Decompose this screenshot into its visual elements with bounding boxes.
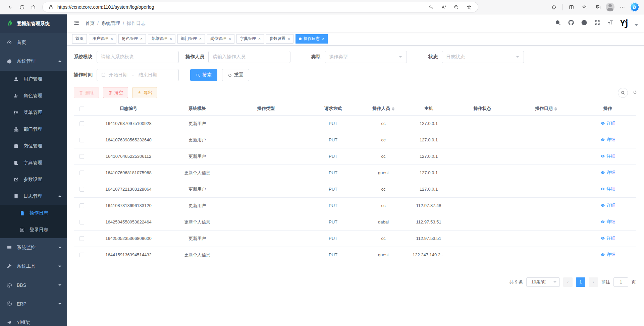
fullscreen-icon[interactable] bbox=[594, 19, 600, 27]
row-checkbox[interactable] bbox=[79, 154, 84, 159]
close-icon[interactable]: × bbox=[288, 37, 290, 41]
url-text[interactable]: https://ccnetcore.com:1101/system/log/op… bbox=[57, 4, 425, 10]
detail-link[interactable]: 详细 bbox=[600, 219, 615, 225]
close-icon[interactable]: × bbox=[111, 37, 113, 41]
row-checkbox[interactable] bbox=[79, 236, 84, 241]
browser-menu-ellipsis-icon[interactable] bbox=[616, 2, 628, 12]
detail-link[interactable]: 详细 bbox=[600, 202, 615, 208]
table-row[interactable]: 1641087313696133120更新用户PUTcc112.97.87.48… bbox=[74, 197, 636, 214]
tab-menu-mgmt[interactable]: 菜单管理× bbox=[148, 34, 175, 44]
split-screen-icon[interactable] bbox=[566, 2, 577, 12]
bing-chat-icon[interactable]: b bbox=[630, 2, 639, 12]
table-row[interactable]: 1641077221303128064更新用户PUTcc127.0.0.1 详细 bbox=[74, 181, 636, 197]
close-icon[interactable]: × bbox=[199, 37, 202, 41]
date-range-input[interactable]: 开始日期 - 结束日期 bbox=[97, 69, 179, 81]
detail-link[interactable]: 详细 bbox=[600, 137, 615, 143]
user-avatar-logo[interactable]: Yj bbox=[620, 19, 628, 28]
row-checkbox[interactable] bbox=[79, 121, 84, 126]
header-search-icon[interactable] bbox=[555, 19, 561, 27]
help-icon[interactable] bbox=[581, 19, 587, 27]
extensions-icon[interactable] bbox=[548, 2, 560, 12]
table-row[interactable]: 1641076398565232640更新用户PUTcc127.0.0.1 详细 bbox=[74, 132, 636, 148]
user-menu-caret-icon[interactable] bbox=[635, 24, 638, 26]
browser-back-icon[interactable] bbox=[5, 2, 16, 12]
tab-user-mgmt[interactable]: 用户管理× bbox=[89, 34, 116, 44]
page-number-button[interactable]: 1 bbox=[576, 277, 585, 287]
sidebar-item-erp[interactable]: ERP bbox=[0, 295, 67, 313]
detail-link[interactable]: 详细 bbox=[600, 120, 615, 126]
browser-home-icon[interactable] bbox=[28, 2, 39, 12]
address-bar[interactable]: https://ccnetcore.com:1101/system/log/op… bbox=[42, 2, 478, 12]
reset-button[interactable]: 重置 bbox=[222, 69, 249, 81]
read-aloud-icon[interactable] bbox=[438, 2, 449, 12]
table-row[interactable]: 1642505235366809600更新用户PUTcc112.97.53.51… bbox=[74, 230, 636, 247]
sidebar-item-tools[interactable]: 系统工具 bbox=[0, 257, 67, 276]
breadcrumb-section[interactable]: 系统管理 bbox=[101, 20, 120, 26]
search-button[interactable]: 搜索 bbox=[190, 69, 217, 81]
sort-carets-icon[interactable] bbox=[554, 107, 557, 111]
sidebar-collapse-icon[interactable] bbox=[73, 19, 80, 27]
sidebar-item-home[interactable]: 首页 bbox=[0, 33, 67, 52]
toggle-search-button[interactable] bbox=[618, 88, 628, 98]
sidebar-item-bbs[interactable]: BBS bbox=[0, 276, 67, 295]
sidebar-item-yi-framework[interactable]: Yi框架 bbox=[0, 313, 67, 326]
row-checkbox[interactable] bbox=[79, 171, 84, 175]
close-icon[interactable]: × bbox=[140, 37, 143, 41]
sidebar-item-dept-mgmt[interactable]: 部门管理 bbox=[0, 121, 67, 138]
collections-icon[interactable] bbox=[592, 2, 604, 12]
row-checkbox[interactable] bbox=[79, 253, 84, 257]
detail-link[interactable]: 详细 bbox=[600, 153, 615, 159]
refresh-table-button[interactable] bbox=[633, 90, 637, 96]
font-size-icon[interactable] bbox=[607, 19, 613, 27]
close-icon[interactable]: × bbox=[258, 37, 261, 41]
tab-home[interactable]: 首页 bbox=[72, 34, 87, 44]
detail-link[interactable]: 详细 bbox=[600, 186, 615, 192]
tab-oper-log[interactable]: 操作日志× bbox=[296, 34, 328, 44]
tab-dept-mgmt[interactable]: 部门管理× bbox=[177, 34, 205, 44]
table-row[interactable]: 1641076370975100928更新用户PUTcc127.0.0.1 详细 bbox=[74, 115, 636, 132]
zoom-out-icon[interactable] bbox=[450, 2, 462, 12]
type-select[interactable]: 操作类型 bbox=[325, 51, 407, 63]
module-input[interactable]: 请输入系统模块 bbox=[97, 51, 179, 63]
delete-button[interactable]: 删除 bbox=[74, 87, 99, 98]
browser-profile-avatar[interactable] bbox=[606, 3, 614, 11]
detail-link[interactable]: 详细 bbox=[600, 235, 615, 241]
page-size-select[interactable]: 10条/页 bbox=[526, 277, 560, 287]
sidebar-item-menu-mgmt[interactable]: 菜单管理 bbox=[0, 104, 67, 121]
col-operator[interactable]: 操作人员 bbox=[362, 102, 405, 115]
close-icon[interactable]: × bbox=[170, 37, 172, 41]
table-row[interactable]: 1642504558053822464更新个人信息PUTdabai112.97.… bbox=[74, 214, 636, 230]
tab-param-settings[interactable]: 参数设置× bbox=[266, 34, 293, 44]
goto-page-input[interactable]: 1 bbox=[613, 277, 628, 287]
sidebar-item-dict-mgmt[interactable]: 字典管理 bbox=[0, 154, 67, 171]
sidebar-item-login-log[interactable]: 登录日志 bbox=[0, 221, 67, 238]
tab-post-mgmt[interactable]: 岗位管理× bbox=[207, 34, 234, 44]
favorite-star-icon[interactable] bbox=[463, 2, 475, 12]
password-key-icon[interactable] bbox=[425, 2, 436, 12]
tab-role-mgmt[interactable]: 角色管理× bbox=[118, 34, 146, 44]
detail-link[interactable]: 详细 bbox=[600, 170, 615, 176]
table-row[interactable]: 1644159136394514432更新个人信息PUTguest122.247… bbox=[74, 247, 636, 263]
row-checkbox[interactable] bbox=[79, 187, 84, 192]
prev-page-button[interactable]: ‹ bbox=[563, 277, 573, 287]
breadcrumb-home[interactable]: 首页 bbox=[85, 20, 95, 26]
operator-input[interactable]: 请输入操作人员 bbox=[208, 51, 290, 63]
col-date[interactable]: 操作日期 bbox=[513, 102, 580, 115]
close-icon[interactable]: × bbox=[322, 37, 324, 41]
clear-button[interactable]: 清空 bbox=[103, 87, 128, 98]
close-icon[interactable]: × bbox=[229, 37, 231, 41]
detail-link[interactable]: 详细 bbox=[600, 252, 615, 258]
sidebar-item-param-settings[interactable]: 参数设置 bbox=[0, 171, 67, 188]
table-row[interactable]: 1641076465225306112更新用户PUTcc127.0.0.1 详细 bbox=[74, 148, 636, 165]
sort-carets-icon[interactable] bbox=[392, 107, 394, 111]
sidebar-item-system[interactable]: 系统管理 bbox=[0, 52, 67, 71]
row-checkbox[interactable] bbox=[79, 138, 84, 142]
table-row[interactable]: 1641076968181075968更新个人信息PUTguest127.0.0… bbox=[74, 165, 636, 181]
tab-dict-mgmt[interactable]: 字典管理× bbox=[236, 34, 264, 44]
row-checkbox[interactable] bbox=[79, 203, 84, 208]
sidebar-item-user-mgmt[interactable]: 用户管理 bbox=[0, 71, 67, 87]
sidebar-item-monitor[interactable]: 系统监控 bbox=[0, 238, 67, 257]
sidebar-item-role-mgmt[interactable]: 角色管理 bbox=[0, 87, 67, 104]
browser-refresh-icon[interactable] bbox=[16, 2, 28, 12]
sidebar-item-oper-log[interactable]: 操作日志 bbox=[0, 205, 67, 221]
